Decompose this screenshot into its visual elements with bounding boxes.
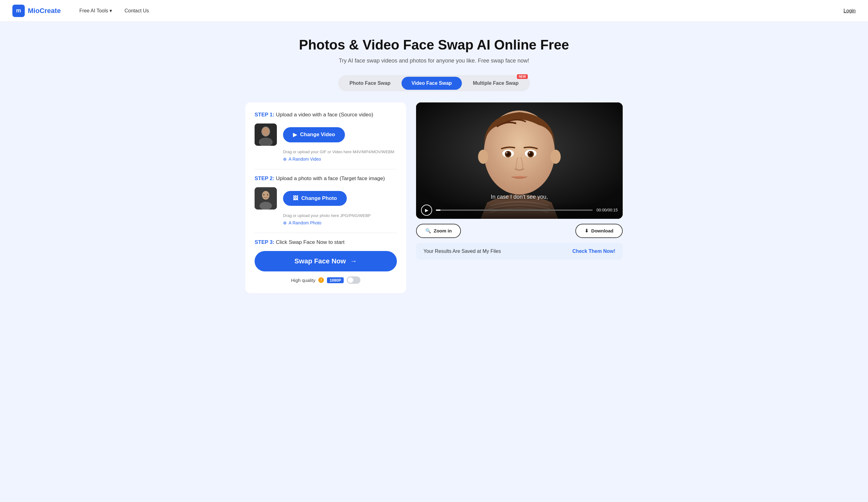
download-button[interactable]: ⬇ Download [575,224,623,238]
svg-point-7 [259,202,272,209]
step2-thumbnail [255,187,277,209]
svg-point-9 [267,194,268,196]
quality-toggle[interactable] [347,276,360,284]
progress-bar[interactable] [436,209,593,211]
step2-hint: Drag or upload your photo here JPG/PNG/W… [255,213,397,218]
svg-point-21 [478,150,488,164]
login-link[interactable]: Login [844,8,856,13]
step2-section: STEP 2: Upload a photo with a face (Targ… [255,175,397,225]
tabs: Photo Face Swap Video Face Swap Multiple… [338,75,530,91]
plus-circle-icon-2: ⊕ [283,221,287,225]
header-right: Login [844,8,856,14]
step2-title: STEP 2: Upload a photo with a face (Targ… [255,175,397,182]
step1-title: STEP 1: Upload a video with a face (Sour… [255,112,397,118]
svg-point-8 [263,194,265,196]
nav-contact-us[interactable]: Contact Us [124,8,149,14]
svg-point-22 [550,150,560,164]
zoom-in-button[interactable]: 🔍 Zoom in [416,224,461,238]
video-container: In case I don't see you, ▶ 00:00/00:15 [416,102,623,219]
step3-title: STEP 3: Click Swap Face Now to start [255,239,397,245]
info-icon: ! [318,277,324,283]
tab-video-face-swap[interactable]: Video Face Swap [402,77,462,90]
check-now-link[interactable]: Check Them Now! [572,248,615,254]
svg-point-20 [529,152,530,154]
logo-text: MioCreate [28,7,61,15]
step1-upload-row: ▶ Change Video [255,123,397,146]
tabs-container: Photo Face Swap Video Face Swap Multiple… [245,75,623,91]
quality-label: High quality [291,278,315,283]
random-video-link[interactable]: ⊕ A Random Video [255,157,397,162]
step2-upload-row: 🖼 Change Photo [255,187,397,209]
svg-point-4 [259,138,272,146]
video-subtitle: In case I don't see you, [491,194,548,200]
zoom-icon: 🔍 [425,228,431,234]
main-nav: Free AI Tools ▾ Contact Us [79,8,149,14]
swap-face-now-button[interactable]: Swap Face Now → [255,251,397,272]
step3-section: STEP 3: Click Swap Face Now to start Swa… [255,239,397,284]
progress-fill [436,209,441,211]
step1-section: STEP 1: Upload a video with a face (Sour… [255,112,397,162]
arrow-icon: → [350,257,357,265]
hero-subtitle: Try AI face swap videos and photos for a… [245,58,623,64]
image-icon: 🖼 [293,195,298,202]
tab-multiple-face-swap[interactable]: Multiple Face Swap NEW [463,77,529,90]
logo-icon: m [12,4,25,17]
header: m MioCreate Free AI Tools ▾ Contact Us L… [0,0,868,22]
quality-row: High quality ! 1080P [255,276,397,284]
logo[interactable]: m MioCreate [12,4,61,17]
tab-photo-face-swap[interactable]: Photo Face Swap [340,77,400,90]
quality-badge: 1080P [327,277,344,283]
main-content: Photos & Video Face Swap AI Online Free … [233,22,635,306]
plus-circle-icon: ⊕ [283,157,287,162]
hero-title: Photos & Video Face Swap AI Online Free [245,37,623,53]
results-text: Your Results Are Saved at My Files [423,248,501,254]
time-display: 00:00/00:15 [596,208,618,212]
play-button[interactable]: ▶ [421,205,432,216]
right-panel: In case I don't see you, ▶ 00:00/00:15 🔍… [416,102,623,260]
results-banner: Your Results Are Saved at My Files Check… [416,243,623,260]
random-photo-link[interactable]: ⊕ A Random Photo [255,221,397,225]
change-video-button[interactable]: ▶ Change Video [283,127,345,142]
video-actions: 🔍 Zoom in ⬇ Download [416,224,623,238]
svg-point-16 [506,152,507,154]
step2-thumb-svg [255,187,277,209]
svg-point-6 [262,191,269,199]
nav-free-ai-tools[interactable]: Free AI Tools ▾ [79,8,112,14]
video-controls: ▶ 00:00/00:15 [416,202,623,219]
play-icon: ▶ [293,132,297,138]
svg-point-3 [262,127,269,136]
step1-thumb-svg [255,123,277,146]
left-panel: STEP 1: Upload a video with a face (Sour… [245,102,406,293]
new-badge: NEW [517,74,528,79]
step1-hint: Drag or upload your GIF or Video here M4… [255,150,397,154]
step1-thumbnail [255,123,277,146]
chevron-down-icon: ▾ [110,8,112,14]
download-icon: ⬇ [585,228,589,234]
content-area: STEP 1: Upload a video with a face (Sour… [245,102,623,293]
change-photo-button[interactable]: 🖼 Change Photo [283,191,347,206]
step-divider-1 [255,169,397,169]
